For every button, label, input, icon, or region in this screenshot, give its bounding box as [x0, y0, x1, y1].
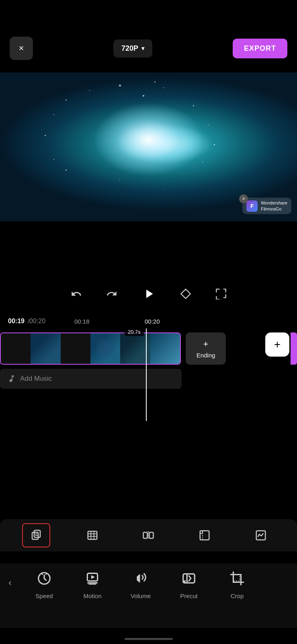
bottom-nav: ‹ Speed [0, 564, 297, 628]
svg-marker-17 [91, 575, 95, 579]
keyframe-icon [180, 288, 191, 299]
strip-frame-6 [150, 333, 180, 364]
redo-button[interactable] [94, 288, 129, 299]
bottom-indicator [125, 638, 173, 640]
add-clip-button[interactable]: + [265, 332, 289, 357]
watermark-text: Wondershare FilmoraGo [261, 200, 287, 212]
speed-label: Speed [35, 592, 53, 599]
precut-label: Precut [180, 592, 197, 599]
tool-icons-row [0, 519, 297, 551]
music-icon [7, 374, 16, 383]
motion-icon [85, 571, 100, 589]
ending-button[interactable]: + Ending [186, 332, 226, 365]
svg-marker-20 [137, 574, 140, 583]
close-button[interactable]: × [10, 37, 33, 60]
strip-end-handle[interactable] [291, 332, 297, 365]
nav-item-crop[interactable]: Crop [213, 571, 261, 599]
precut-icon [181, 571, 197, 589]
nav-items: Speed Motion Vo [20, 571, 297, 599]
controls-row [0, 278, 297, 310]
svg-rect-4 [88, 531, 97, 539]
time-mark-1: 00:18 [74, 318, 90, 325]
tool-split-button[interactable] [134, 523, 162, 547]
svg-rect-9 [143, 533, 147, 539]
back-button[interactable]: ‹ [0, 571, 20, 595]
trim-icon [86, 529, 98, 541]
tool-chart-button[interactable] [247, 523, 275, 547]
volume-icon [133, 571, 148, 589]
add-music-row[interactable]: Add Music [0, 369, 182, 389]
nav-item-motion[interactable]: Motion [68, 571, 117, 599]
export-button[interactable]: EXPORT [233, 39, 287, 58]
time-mark-2: 00:20 [145, 318, 160, 325]
strip-frame-2 [31, 333, 60, 364]
play-icon [141, 287, 156, 301]
duration-badge: 20.7s [125, 328, 144, 336]
current-time: 00:19 [8, 318, 25, 325]
add-music-label: Add Music [20, 375, 52, 383]
fullscreen-button[interactable] [203, 288, 239, 299]
redo-icon [106, 288, 117, 299]
motion-label: Motion [83, 592, 101, 599]
nav-item-volume[interactable]: Volume [117, 571, 165, 599]
strip-frame-1 [1, 333, 31, 364]
volume-label: Volume [131, 592, 151, 599]
svg-line-24 [184, 580, 186, 582]
crop-icon [229, 571, 245, 589]
svg-rect-0 [32, 533, 38, 540]
chart-icon [255, 529, 267, 541]
strip-frame-4 [90, 333, 120, 364]
timeline-area: 20.7s + Ending + Add Music [0, 328, 297, 421]
video-strip[interactable] [0, 332, 181, 365]
svg-rect-10 [150, 533, 154, 539]
tool-copy-button[interactable] [22, 523, 50, 547]
keyframe-button[interactable] [168, 288, 203, 299]
crop-label: Crop [231, 592, 244, 599]
svg-rect-25 [234, 575, 240, 581]
total-time: 00:20 [29, 318, 45, 325]
undo-icon [71, 288, 82, 299]
nav-item-speed[interactable]: Speed [20, 571, 68, 599]
watermark-logo: F [246, 200, 258, 212]
fullscreen-icon [215, 288, 227, 299]
playhead [146, 328, 147, 421]
top-bar: × 720P ▾ EXPORT [0, 0, 297, 72]
play-button[interactable] [129, 287, 168, 301]
tool-corner-button[interactable] [190, 523, 219, 547]
timeline-timestamps: 00:19 / 00:20 00:18 00:20 [0, 314, 297, 328]
video-preview: × F Wondershare FilmoraGo [0, 72, 297, 221]
split-icon [142, 529, 154, 541]
tool-trim-button[interactable] [78, 523, 107, 547]
nav-item-precut[interactable]: Precut [165, 571, 213, 599]
copy-icon [30, 529, 42, 541]
corner-icon [199, 529, 211, 541]
svg-rect-12 [200, 531, 209, 540]
undo-button[interactable] [59, 288, 94, 299]
quality-button[interactable]: 720P ▾ [113, 39, 152, 58]
watermark: × F Wondershare FilmoraGo [242, 198, 291, 214]
speed-icon [37, 571, 52, 589]
strip-frame-3 [61, 333, 90, 364]
